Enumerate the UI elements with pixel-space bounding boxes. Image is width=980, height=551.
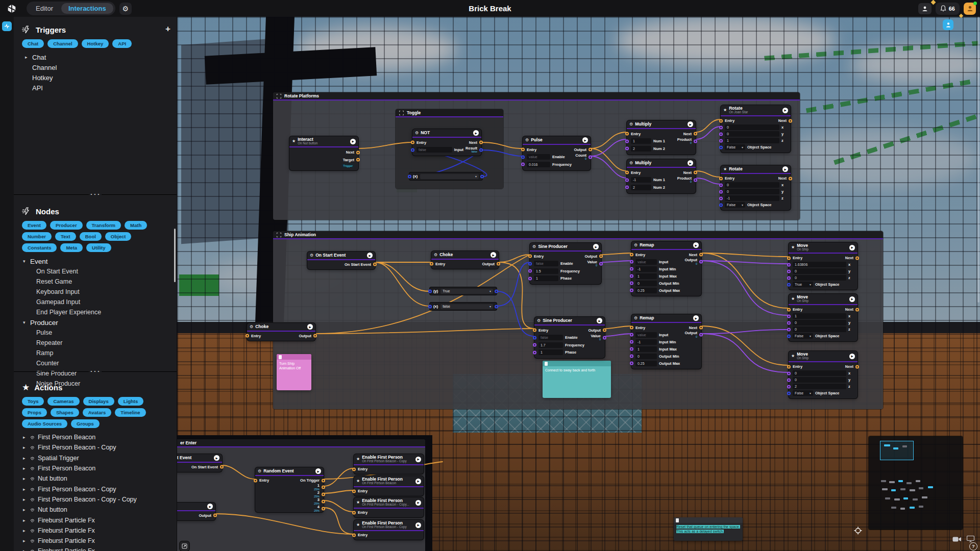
action-item[interactable]: ▸First Person Beacon xyxy=(22,432,169,442)
value-dropdown[interactable]: ▾ xyxy=(420,174,479,179)
port-input[interactable] xyxy=(630,333,633,337)
num2-field[interactable]: 2 xyxy=(631,185,651,190)
node-move-1[interactable]: ★MoveOn Ship▶ EntryNext 1.63806x 0y 0z T… xyxy=(789,242,857,290)
node-sine-producer-2[interactable]: ⚙Sine Producer▶ EntryOutput falseEnableV… xyxy=(534,317,605,358)
port-phase[interactable] xyxy=(528,277,532,280)
node-item-pulse[interactable]: Pulse xyxy=(22,328,169,338)
port-in[interactable] xyxy=(428,305,432,308)
node-enable-first-person-4[interactable]: ★Enable First PersonOn First Person Beac… xyxy=(354,520,424,540)
port-z[interactable] xyxy=(719,196,723,200)
port-y[interactable] xyxy=(787,321,791,324)
port-output[interactable] xyxy=(699,260,703,264)
port-object-space[interactable] xyxy=(719,203,723,207)
play-button[interactable]: ▶ xyxy=(688,160,693,166)
port-x[interactable] xyxy=(719,126,723,129)
chip-audio-sources[interactable]: Audio Sources xyxy=(22,419,67,428)
variable-node-x[interactable]: (x) false▾ xyxy=(430,303,497,310)
port-result[interactable] xyxy=(479,148,483,152)
input-field[interactable]: false xyxy=(416,147,452,153)
port-entry[interactable] xyxy=(352,533,356,537)
port-x[interactable] xyxy=(719,183,723,187)
notifications-button[interactable]: 66 xyxy=(936,3,960,15)
port-output-min[interactable] xyxy=(630,282,633,285)
port-y[interactable] xyxy=(719,190,723,193)
sticky-note[interactable]: Connect to sway back and forth xyxy=(543,361,611,398)
y-field[interactable]: 0 xyxy=(725,189,779,194)
tab-editor[interactable]: Editor xyxy=(29,3,60,14)
port-entry[interactable] xyxy=(787,308,791,311)
port-entry[interactable] xyxy=(352,489,356,493)
node-item-ramp[interactable]: Ramp xyxy=(22,348,169,358)
input-max-field[interactable]: 1 xyxy=(635,346,657,352)
play-button[interactable]: ▶ xyxy=(491,252,496,258)
port-product[interactable] xyxy=(694,178,697,182)
port-random-3[interactable] xyxy=(322,500,325,504)
chip-number[interactable]: Number xyxy=(22,232,52,241)
chip-displays[interactable]: Displays xyxy=(83,397,114,406)
expand-panel-button[interactable] xyxy=(180,541,189,551)
port-next[interactable] xyxy=(855,365,859,368)
x-field[interactable]: 0 xyxy=(725,124,779,130)
chip-chat[interactable]: Chat xyxy=(22,39,44,48)
play-button[interactable]: ▶ xyxy=(849,245,855,251)
port-object-space[interactable] xyxy=(787,391,791,395)
chip-constants[interactable]: Constants xyxy=(22,243,57,252)
port-z[interactable] xyxy=(787,385,791,388)
panel-resize-handle[interactable] xyxy=(14,371,177,372)
port-frequency[interactable] xyxy=(533,343,536,347)
tab-interactions[interactable]: Interactions xyxy=(61,3,113,14)
node-rotate-2[interactable]: ★Rotate▶ EntryNext 0x 0y -1z False▾Objec… xyxy=(721,165,791,210)
play-button[interactable]: ▶ xyxy=(582,137,588,143)
port-target[interactable] xyxy=(356,158,360,162)
port-out[interactable] xyxy=(480,174,484,178)
enable-field[interactable]: false xyxy=(534,261,558,266)
port-entry[interactable] xyxy=(787,256,791,260)
chip-bool[interactable]: Bool xyxy=(80,232,102,241)
action-item[interactable]: ▸Fireburst Particle Fx xyxy=(22,515,169,525)
port-output[interactable] xyxy=(589,148,592,152)
chip-props[interactable]: Props xyxy=(22,408,47,417)
chip-utility[interactable]: Utility xyxy=(86,243,111,252)
port-z[interactable] xyxy=(787,328,791,331)
port-entry[interactable] xyxy=(352,511,356,514)
port-random-2[interactable] xyxy=(322,493,325,496)
space-dropdown[interactable]: False▾ xyxy=(725,144,745,150)
expand-arrow-icon[interactable]: ▸ xyxy=(25,55,29,60)
canvas-scrollbar[interactable] xyxy=(977,17,979,303)
recenter-crosshair-button[interactable] xyxy=(853,526,863,535)
node-item-counter[interactable]: Counter xyxy=(22,358,169,368)
node-canvas[interactable]: Rotate Platforms Toggle Ship Animation e… xyxy=(177,17,980,551)
node-remap-2[interactable]: ⚙Remap▶ EntryNext valueInputOutput0 -1In… xyxy=(631,314,701,369)
node-enable-first-person-2[interactable]: ★Enable First PersonOn First Person Beac… xyxy=(354,476,424,496)
play-button[interactable]: ▶ xyxy=(315,468,321,474)
phase-field[interactable]: 1 xyxy=(534,276,558,281)
node-rotate-1[interactable]: ★RotateOn Joan Star▶ EntryNext 0x 0y 1z … xyxy=(721,105,791,153)
sticky-note[interactable]: Turn Ship Animation Off xyxy=(277,354,311,390)
node-item-on-start-event[interactable]: On Start Event xyxy=(22,266,169,277)
y-field[interactable]: 0 xyxy=(725,131,779,137)
x-field[interactable]: 1.63806 xyxy=(793,262,846,267)
input-field[interactable]: value xyxy=(635,259,657,265)
trigger-item-hotkey[interactable]: Hotkey xyxy=(22,72,169,83)
port-entry[interactable] xyxy=(246,334,249,338)
port-entry[interactable] xyxy=(528,255,532,258)
port-x[interactable] xyxy=(787,263,791,266)
output-max-field[interactable]: 0.25 xyxy=(635,361,657,366)
help-button[interactable]: ? xyxy=(969,542,977,550)
chip-text[interactable]: Text xyxy=(55,232,76,241)
panel-resize-handle[interactable] xyxy=(14,194,177,195)
frequency-field[interactable]: 0.016 xyxy=(527,162,550,167)
port-entry[interactable] xyxy=(630,326,633,330)
node-on-start-event[interactable]: ⚙On Start Event▶ On Start Event xyxy=(307,252,375,269)
minimap-viewport[interactable] xyxy=(880,441,914,460)
phase-field[interactable]: 1 xyxy=(538,349,563,355)
play-button[interactable]: ▶ xyxy=(782,166,788,172)
port-next[interactable] xyxy=(694,132,697,136)
action-item[interactable]: ▸Spatial Trigger xyxy=(22,453,169,463)
enable-field[interactable]: value xyxy=(527,154,550,160)
port-output[interactable] xyxy=(699,333,703,337)
port-out[interactable] xyxy=(495,305,498,308)
play-button[interactable]: ▶ xyxy=(415,522,421,528)
interactions-panel-icon[interactable] xyxy=(2,21,12,31)
chip-groups[interactable]: Groups xyxy=(71,419,100,428)
